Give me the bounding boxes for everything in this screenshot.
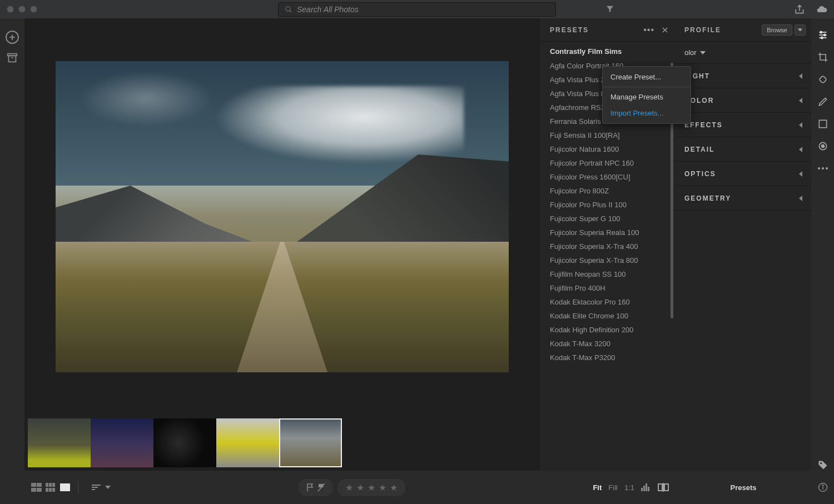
presets-title: PRESETS <box>550 26 643 34</box>
svg-point-10 <box>820 31 822 33</box>
single-view[interactable] <box>60 483 70 491</box>
star-icon[interactable]: ★ <box>368 482 375 493</box>
preset-item[interactable]: Fujicolor Natura 1600 <box>550 142 676 156</box>
histogram-icon[interactable] <box>641 483 651 491</box>
preset-item[interactable]: Kodak High Definition 200 <box>550 323 676 337</box>
edit-section-geometry[interactable]: GEOMETRY <box>676 186 811 211</box>
presets-context-menu: Create Preset... Manage Presets Import P… <box>602 66 691 124</box>
menu-import-presets[interactable]: Import Presets... <box>603 105 691 121</box>
left-sidebar: + <box>0 18 24 471</box>
filter-icon[interactable] <box>605 4 614 13</box>
presets-button[interactable]: Presets <box>676 483 811 492</box>
profile-dropdown-caret[interactable] <box>795 24 806 36</box>
thumbnail[interactable] <box>91 418 153 467</box>
image-viewport[interactable] <box>24 18 540 415</box>
chevron-left-icon <box>799 73 802 79</box>
preset-item[interactable]: Kodak T-Max P3200 <box>550 351 676 365</box>
titlebar: Search All Photos <box>0 0 834 18</box>
grid-3x2-view[interactable] <box>46 483 57 492</box>
section-label: OPTICS <box>684 170 716 178</box>
preset-item[interactable]: Fujifilm Neopan SS 100 <box>550 267 676 281</box>
sort-dropdown[interactable] <box>92 484 111 491</box>
thumbnail[interactable] <box>216 418 279 467</box>
menu-separator <box>603 87 691 87</box>
star-icon[interactable]: ★ <box>356 482 364 493</box>
grid-2x2-view[interactable] <box>31 483 42 492</box>
preset-item[interactable]: Fujicolor Super G 100 <box>550 212 676 226</box>
svg-rect-26 <box>643 486 645 491</box>
browse-button[interactable]: Browse <box>762 24 792 36</box>
preset-item[interactable]: Fujicolor Press 1600[CU] <box>550 170 676 184</box>
svg-rect-14 <box>819 120 826 127</box>
archive-icon[interactable] <box>6 52 18 64</box>
edit-section-color[interactable]: COLOR <box>676 88 811 113</box>
minimize-window[interactable] <box>18 6 26 13</box>
svg-line-1 <box>290 10 292 12</box>
svg-rect-29 <box>658 484 662 491</box>
rating-stars[interactable]: ★ ★ ★ ★ ★ <box>337 479 405 496</box>
preset-group[interactable]: Contrastly Film Sims <box>550 45 676 59</box>
linear-gradient-icon[interactable] <box>817 118 828 129</box>
divider <box>78 481 78 494</box>
svg-rect-3 <box>9 56 16 62</box>
thumbnail-selected[interactable] <box>279 418 342 467</box>
thumbnail[interactable] <box>153 418 216 467</box>
svg-rect-30 <box>664 484 668 491</box>
chevron-left-icon <box>799 171 802 177</box>
preset-item[interactable]: Fujicolor Superia X-Tra 400 <box>550 239 676 253</box>
more-icon[interactable]: ••• <box>643 25 654 35</box>
svg-point-0 <box>286 6 290 11</box>
edit-section-optics[interactable]: OPTICS <box>676 162 811 186</box>
star-icon[interactable]: ★ <box>390 482 398 493</box>
edit-section-effects[interactable]: EFFECTS <box>676 113 811 137</box>
svg-point-20 <box>820 462 822 464</box>
menu-create-preset[interactable]: Create Preset... <box>603 69 691 85</box>
radial-gradient-icon[interactable] <box>817 141 828 152</box>
chevron-left-icon <box>799 122 802 128</box>
preset-item[interactable]: Fujifilm Pro 400H <box>550 281 676 295</box>
zoom-fill[interactable]: Fill <box>608 483 618 492</box>
maximize-window[interactable] <box>30 6 37 13</box>
preset-item[interactable]: Fuji Sensia II 100[RA] <box>550 128 676 142</box>
edit-section-light[interactable]: LIGHT <box>676 64 811 88</box>
preset-item[interactable]: Fujicolor Pro Plus II 100 <box>550 198 676 212</box>
compare-icon[interactable] <box>658 483 669 492</box>
center-workspace <box>24 18 540 471</box>
profile-select[interactable]: olor <box>676 42 811 64</box>
preset-item[interactable]: Fujicolor Superia X-Tra 800 <box>550 253 676 267</box>
svg-point-11 <box>823 34 825 36</box>
star-icon[interactable]: ★ <box>379 482 386 493</box>
zoom-fit[interactable]: Fit <box>593 483 602 492</box>
add-photo-button[interactable]: + <box>6 31 19 44</box>
edit-section-detail[interactable]: DETAIL <box>676 137 811 162</box>
preset-item[interactable]: Kodak Elite Chrome 100 <box>550 309 676 323</box>
zoom-oneone[interactable]: 1:1 <box>624 483 634 492</box>
close-window[interactable] <box>7 6 14 13</box>
star-icon[interactable]: ★ <box>345 482 353 493</box>
main-photo <box>56 61 509 372</box>
preset-item[interactable]: Kodak Ektacolor Pro 160 <box>550 295 676 309</box>
window-controls <box>7 6 37 13</box>
preset-item[interactable]: Fujicolor Superia Reala 100 <box>550 226 676 239</box>
preset-item[interactable]: Fujicolor Pro 800Z <box>550 184 676 198</box>
info-icon[interactable] <box>818 482 828 492</box>
chevron-left-icon <box>799 98 802 103</box>
healing-icon[interactable] <box>817 74 828 85</box>
profile-label: PROFILE <box>684 26 762 34</box>
crop-icon[interactable] <box>817 52 828 63</box>
flag-controls[interactable] <box>299 479 333 496</box>
tag-icon[interactable] <box>817 460 828 471</box>
share-icon[interactable] <box>794 4 805 15</box>
brush-icon[interactable] <box>817 96 828 107</box>
more-tools-icon[interactable] <box>817 163 828 174</box>
thumbnail[interactable] <box>28 418 91 467</box>
chevron-left-icon <box>799 196 802 201</box>
menu-manage-presets[interactable]: Manage Presets <box>603 89 691 105</box>
close-icon[interactable] <box>661 26 669 34</box>
search-input[interactable]: Search All Photos <box>278 2 556 17</box>
preset-item[interactable]: Kodak T-Max 3200 <box>550 337 676 351</box>
cloud-icon[interactable] <box>816 4 827 15</box>
svg-rect-25 <box>641 488 643 491</box>
sliders-icon[interactable] <box>817 29 828 41</box>
preset-item[interactable]: Fujicolor Portrait NPC 160 <box>550 156 676 170</box>
